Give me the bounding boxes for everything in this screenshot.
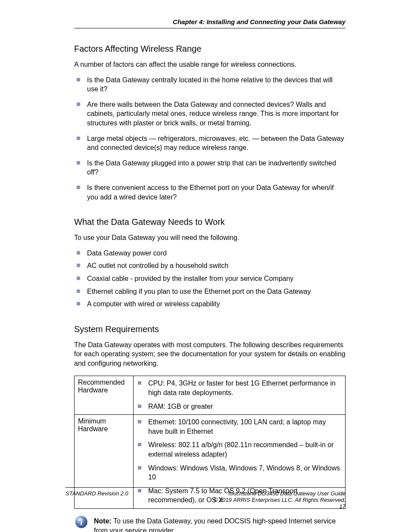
footer-right: Touchstone DG3450 Data Gateway User Guid…	[214, 490, 346, 510]
list-item: Data Gateway power cord	[76, 249, 346, 258]
cell-recommended-label: Recommended Hardware	[75, 376, 134, 415]
svg-text:i: i	[80, 518, 82, 527]
table-row: Recommended Hardware CPU: P4, 3GHz or fa…	[75, 376, 346, 415]
list-item: CPU: P4, 3GHz or faster for best 1G Ethe…	[137, 379, 342, 397]
section-title-sysreq: System Requirements	[74, 324, 346, 334]
list-item: Wireless: 802.11 a/b/g/n (802.11n recomm…	[137, 440, 342, 459]
chapter-title: Chapter 4: Installing and Connecting you…	[173, 18, 346, 25]
note-body: To use the Data Gateway, you need DOCSIS…	[94, 517, 336, 532]
section3-intro: The Data Gateway operates with most comp…	[74, 340, 346, 368]
list-item: Is the Data Gateway plugged into a power…	[76, 159, 346, 177]
list-item: Ethernet: 10/100 connectivity, 100 LAN c…	[137, 417, 342, 436]
list-item: Is the Data Gateway centrally located in…	[76, 75, 346, 94]
list-item: Are there walls between the Data Gateway…	[76, 100, 346, 128]
note-text: Note: To use the Data Gateway, you need …	[94, 515, 346, 532]
list-item: Large metal objects — refrigerators, mic…	[76, 134, 346, 152]
list-item: Coaxial cable - provided by the installe…	[76, 274, 346, 283]
page-footer: STANDARD Revision 2.0 Touchstone DG3450 …	[65, 487, 346, 510]
footer-page-number: 17	[214, 503, 346, 510]
note-label: Note:	[94, 517, 112, 525]
info-icon: i	[74, 515, 89, 531]
note-block: i Note: To use the Data Gateway, you nee…	[74, 515, 346, 532]
list-item: RAM: 1GB or greater	[137, 402, 342, 411]
list-item: Windows: Windows Vista, Windows 7, Windo…	[137, 464, 342, 482]
list-item: Is there convenient access to the Ethern…	[76, 183, 346, 202]
footer-copyright: © 2019 ARRIS Enterprises LLC. All Rights…	[214, 497, 346, 503]
cell-recommended-items: CPU: P4, 3GHz or faster for best 1G Ethe…	[134, 376, 346, 415]
list-item: AC outlet not controlled by a household …	[76, 261, 346, 271]
section2-intro: To use your Data Gateway you will need t…	[74, 233, 346, 243]
section1-intro: A number of factors can affect the usabl…	[74, 60, 346, 69]
needs-list: Data Gateway power cord AC outlet not co…	[76, 249, 346, 309]
section-title-factors: Factors Affecting Wireless Range	[74, 44, 346, 54]
factors-list: Is the Data Gateway centrally located in…	[76, 75, 346, 202]
list-item: A computer with wired or wireless capabi…	[76, 299, 346, 309]
footer-doc-title: Touchstone DG3450 Data Gateway User Guid…	[214, 490, 346, 497]
section-title-needs: What the Data Gateway Needs to Work	[74, 217, 346, 227]
page-header: Chapter 4: Installing and Connecting you…	[74, 18, 346, 28]
footer-left: STANDARD Revision 2.0	[65, 490, 128, 510]
list-item: Ethernet cabling if you plan to use the …	[76, 287, 346, 296]
